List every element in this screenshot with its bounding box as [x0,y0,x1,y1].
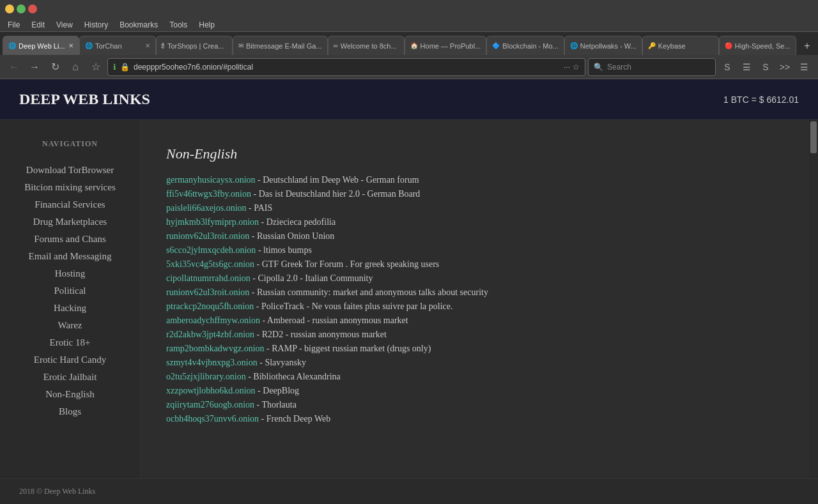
tab-2[interactable]: ₿ TorShops | Crea... [156,36,233,55]
tab-4[interactable]: ∞ Welcome to 8ch... [328,36,405,55]
sidebar-item-drug-marketplaces[interactable]: Drug Marketplaces [0,213,140,231]
link-desc-16: - Thorlauta [257,400,297,409]
tab-favicon-0: 🌐 [8,42,16,49]
sidebar-item-erotic-18[interactable]: Erotic 18+ [0,334,140,351]
sidebar-item-email-messaging[interactable]: Email and Messaging [0,248,140,265]
tab-label-7: Netpollwaks - W... [580,42,637,50]
sidebar-item-hacking[interactable]: Hacking [0,300,140,317]
list-item: hyjmkmb3lfymiprp.onion - Dziecieca pedof… [166,217,783,227]
bookmark-button[interactable]: ☆ [87,58,105,76]
tab-6[interactable]: 🔷 Blockchain - Mo... [486,36,564,55]
sidebar-item-blogs[interactable]: Blogs [0,403,140,420]
address-text: deepppr5ooheo7n6.onion/#political [134,63,560,72]
link-11[interactable]: r2d2akbw3jpt4zbf.onion [166,330,254,339]
link-10[interactable]: amberoadychffmyw.onion [166,316,260,325]
list-item: ocbh4hoqs37unvv6.onion - French Deep Web [166,414,783,424]
tab-1[interactable]: 🌐 TorChan ✕ [79,36,156,55]
minimize-button[interactable] [5,4,14,13]
tab-5[interactable]: 🏠 Home — ProPubl... [405,36,487,55]
link-0[interactable]: germanyhusicaysx.onion [166,175,256,185]
link-4[interactable]: runionv62ul3roit.onion [166,231,249,241]
tab-label-5: Home — ProPubl... [421,42,481,50]
link-7[interactable]: cipollatnumrrahd.onion [166,273,251,283]
menu-bookmarks[interactable]: Bookmarks [114,19,163,31]
sidebar-item-political[interactable]: Political [0,282,140,300]
search-box[interactable]: 🔍 Search [588,58,716,76]
link-5[interactable]: s6cco2jylmxqcdeh.onion [166,245,256,255]
tab-9[interactable]: 🔴 High-Speed, Se... [719,36,796,55]
link-1[interactable]: ffi5v46ttwgx3fby.onion [166,189,251,199]
list-item: s6cco2jylmxqcdeh.onion - ltimos bumps [166,245,783,256]
sidebar-item-hosting[interactable]: Hosting [0,265,140,282]
link-desc-3: - Dziecieca pedofilia [261,217,336,227]
skype-icon[interactable]: S [718,58,736,76]
back-button[interactable]: ← [5,58,23,76]
close-button[interactable] [28,4,37,13]
menu-view[interactable]: View [51,19,78,31]
link-desc-11: - R2D2 - russian anonymous market [257,330,387,339]
hamburger-icon[interactable]: ☰ [795,58,813,76]
section-title: Non-English [166,146,783,162]
menu-file[interactable]: File [3,19,25,31]
home-button[interactable]: ⌂ [66,58,84,76]
scrollbar[interactable] [809,120,818,478]
new-tab-button[interactable]: + [799,37,815,55]
sidebar-item-non-english[interactable]: Non-English [0,386,140,403]
reload-button[interactable]: ↻ [46,58,64,76]
tab-3[interactable]: ✉ Bitmessage E-Mail Ga... [233,36,328,55]
link-15[interactable]: xzzpowtjlobho6kd.onion [166,386,256,395]
tab-favicon-7: 🌐 [570,42,578,49]
link-desc-6: - GTF Greek Tor Forum . For greek speaki… [257,259,440,269]
link-desc-17: - French Deep Web [261,414,331,424]
sidebar-icon[interactable]: S [757,58,775,76]
menu-bar: File Edit View History Bookmarks Tools H… [0,18,818,32]
sidebar-item-erotic-jailbait[interactable]: Erotic Jailbait [0,369,140,386]
maximize-button[interactable] [17,4,26,13]
more-icon[interactable]: ··· [564,63,570,72]
sidebar-item-bitcoin-mixing[interactable]: Bitcion mixing services [0,179,140,196]
link-2[interactable]: paisleli66axejos.onion [166,203,247,213]
tab-favicon-3: ✉ [238,42,243,49]
link-desc-14: - Bibliotheca Alexandrina [248,372,341,381]
site-header: DEEP WEB LINKS 1 BTC = $ 6612.01 [0,79,818,120]
tab-close-1[interactable]: ✕ [145,42,150,49]
address-bar[interactable]: ℹ 🔒 deepppr5ooheo7n6.onion/#political ··… [107,58,585,76]
sidebar-item-download-torbrowser[interactable]: Download TorBrowser [0,162,140,179]
sidebar-item-financial-services[interactable]: Financial Services [0,196,140,213]
menu-tools[interactable]: Tools [164,19,192,31]
link-3[interactable]: hyjmkmb3lfymiprp.onion [166,217,259,227]
tab-close-0[interactable]: ✕ [68,42,73,49]
link-desc-13: - Slavyansky [259,358,306,367]
list-item: zqiirytam276uogb.onion - Thorlauta [166,400,783,410]
link-17[interactable]: ocbh4hoqs37unvv6.onion [166,414,259,424]
sidebar-item-erotic-hard-candy[interactable]: Erotic Hard Candy [0,351,140,369]
list-item: germanyhusicaysx.onion - Deutschland im … [166,175,783,185]
titlebar [0,0,818,18]
tab-favicon-2: ₿ [162,42,165,49]
scrollbar-thumb[interactable] [810,121,817,153]
sidebar-item-forums-chans[interactable]: Forums and Chans [0,231,140,248]
reader-icon[interactable]: ☰ [737,58,755,76]
link-16[interactable]: zqiirytam276uogb.onion [166,400,254,409]
tab-label-9: High-Speed, Se... [735,42,791,50]
link-12[interactable]: ramp2bombkadwvgz.onion [166,344,265,353]
forward-button[interactable]: → [26,58,43,76]
nav-heading: NAVIGATION [42,139,98,149]
link-14[interactable]: o2tu5zjxjlibrary.onion [166,372,246,381]
link-desc-1: - Das ist Deutschland hier 2.0 - German … [254,189,421,199]
menu-help[interactable]: Help [194,19,220,31]
link-13[interactable]: szmyt4v4vjbnxpg3.onion [166,358,258,367]
tab-8[interactable]: 🔑 Keybase [642,36,719,55]
star-icon[interactable]: ☆ [573,63,580,72]
tab-7[interactable]: 🌐 Netpollwaks - W... [564,36,642,55]
link-8[interactable]: runionv62ul3roit.onion [166,287,249,297]
menu-history[interactable]: History [79,19,113,31]
link-9[interactable]: ptrackcp2noqu5fh.onion [166,302,254,311]
tab-0[interactable]: 🌐 Deep Web Li... ✕ [3,36,79,55]
link-6[interactable]: 5xki35vc4g5ts6gc.onion [166,259,254,269]
overflow-icon[interactable]: >> [776,58,794,76]
site-footer: 2018 © Deep Web Links [0,478,818,504]
link-desc-9: - PoliceTrack - Ne vous faites plus suiv… [256,302,453,311]
menu-edit[interactable]: Edit [26,19,50,31]
sidebar-item-warez[interactable]: Warez [0,317,140,334]
